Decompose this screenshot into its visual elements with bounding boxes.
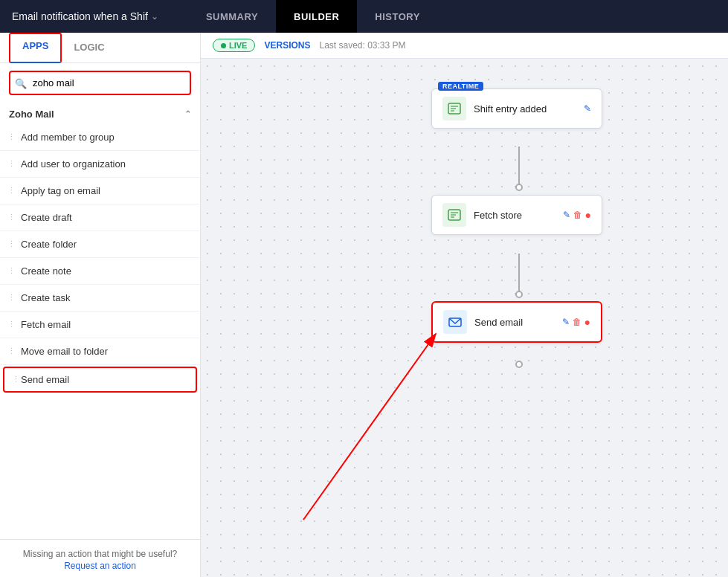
node-fetch-store[interactable]: Fetch store ✎ 🗑 ● — [431, 195, 602, 235]
last-saved-text: Last saved: 03:33 PM — [319, 40, 405, 51]
drag-handle-icon: ⋮ — [7, 159, 16, 169]
search-input[interactable] — [9, 71, 191, 95]
tab-summary[interactable]: SUMMARY — [188, 0, 276, 33]
connector-dot-1 — [515, 184, 523, 191]
node-actions: ✎ 🗑 ● — [563, 209, 591, 221]
list-item[interactable]: ⋮ Create folder — [0, 231, 200, 258]
item-label: Add member to group — [21, 132, 115, 143]
drag-handle-icon: ⋮ — [7, 213, 16, 222]
group-label: Zoho Mail — [9, 109, 54, 120]
add-icon[interactable]: ● — [584, 316, 590, 328]
drag-handle-icon: ⋮ — [7, 186, 16, 196]
item-label: Apply tag on email — [21, 185, 100, 196]
list-item[interactable]: ⋮ Move email to folder — [0, 338, 200, 365]
sidebar: APPS LOGIC 🔍 Zoho Mail ⌃ ⋮ Add member to… — [0, 33, 201, 577]
tab-history[interactable]: HISTORY — [357, 0, 438, 33]
request-action-link[interactable]: Request an action — [9, 561, 191, 571]
node-label: Send email — [474, 317, 562, 328]
node-label: Fetch store — [474, 210, 563, 221]
search-icon: 🔍 — [15, 77, 27, 88]
nav-tabs: SUMMARY BUILDER HISTORY — [188, 0, 438, 33]
sidebar-group-zohomail[interactable]: Zoho Mail ⌃ — [0, 103, 200, 124]
title-text: Email notification when a Shif — [12, 10, 148, 22]
list-item[interactable]: ⋮ Add member to group — [0, 124, 200, 151]
sidebar-tab-logic[interactable]: LOGIC — [62, 33, 116, 63]
live-badge: LIVE — [213, 39, 255, 52]
group-caret-icon: ⌃ — [184, 109, 191, 119]
node-icon — [442, 203, 466, 227]
drag-handle-icon: ⋮ — [7, 132, 16, 142]
item-label: Move email to folder — [21, 346, 108, 357]
sidebar-tab-apps[interactable]: APPS — [9, 33, 62, 63]
item-label: Add user to organization — [21, 158, 126, 170]
canvas-topbar: LIVE VERSIONS Last saved: 03:33 PM — [201, 33, 728, 59]
node-shift-entry[interactable]: REALTIME Shift entry added ✎ — [431, 88, 602, 129]
list-item[interactable]: ⋮ Create draft — [0, 204, 200, 231]
connector-dot-3 — [515, 361, 523, 368]
tab-builder[interactable]: BUILDER — [276, 0, 357, 33]
item-label: Create folder — [21, 239, 77, 250]
list-item[interactable]: ⋮ Create note — [0, 258, 200, 285]
node-send-email[interactable]: Send email ✎ 🗑 ● — [431, 301, 602, 343]
list-item[interactable]: ⋮ Apply tag on email — [0, 178, 200, 204]
delete-icon[interactable]: 🗑 — [573, 210, 582, 220]
live-dot-icon — [221, 43, 226, 48]
sidebar-bottom-hint: Missing an action that might be useful? … — [0, 539, 200, 577]
add-icon[interactable]: ● — [585, 209, 591, 221]
item-label: Create task — [21, 292, 70, 303]
node-actions: ✎ 🗑 ● — [562, 316, 590, 328]
hint-text: Missing an action that might be useful? — [23, 549, 177, 559]
list-item[interactable]: ⋮ Add user to organization — [0, 151, 200, 178]
versions-link[interactable]: VERSIONS — [264, 40, 310, 51]
node-icon — [442, 97, 466, 120]
item-label: Fetch email — [21, 319, 71, 330]
title-chevron-icon[interactable]: ⌄ — [151, 11, 158, 22]
edit-icon[interactable]: ✎ — [562, 317, 570, 327]
svg-line-10 — [303, 334, 436, 520]
list-item[interactable]: ⋮ Create task — [0, 285, 200, 312]
canvas-area: LIVE VERSIONS Last saved: 03:33 PM REALT… — [201, 33, 728, 577]
drag-handle-icon: ⋮ — [7, 346, 16, 356]
connector-dot-2 — [515, 291, 523, 298]
item-label: Send email — [21, 374, 69, 385]
drag-handle-icon: ⋮ — [7, 293, 16, 303]
item-label: Create note — [21, 265, 71, 277]
sidebar-search-container: 🔍 — [0, 63, 200, 103]
edit-icon[interactable]: ✎ — [563, 210, 570, 220]
sidebar-tabs: APPS LOGIC — [0, 33, 200, 63]
live-label: LIVE — [229, 41, 247, 50]
main-layout: APPS LOGIC 🔍 Zoho Mail ⌃ ⋮ Add member to… — [0, 33, 728, 577]
top-navigation: Email notification when a Shif ⌄ SUMMARY… — [0, 0, 728, 33]
drag-handle-icon: ⋮ — [7, 266, 16, 276]
connector-2 — [518, 254, 520, 294]
node-icon — [443, 310, 467, 334]
workflow-canvas[interactable]: REALTIME Shift entry added ✎ Fetch store — [201, 59, 728, 577]
drag-handle-icon: ⋮ — [7, 320, 16, 329]
realtime-badge: REALTIME — [438, 82, 483, 91]
edit-icon[interactable]: ✎ — [584, 103, 591, 114]
node-label: Shift entry added — [474, 103, 584, 115]
sidebar-items-list: ⋮ Add member to group ⋮ Add user to orga… — [0, 124, 200, 539]
node-actions: ✎ — [584, 103, 591, 114]
list-item[interactable]: ⋮ Fetch email — [0, 312, 200, 338]
delete-icon[interactable]: 🗑 — [573, 317, 582, 327]
list-item-send-email[interactable]: ⋮ Send email — [3, 367, 197, 393]
drag-handle-icon: ⋮ — [7, 239, 16, 249]
item-label: Create draft — [21, 212, 72, 223]
app-title: Email notification when a Shif ⌄ — [12, 10, 158, 22]
drag-handle-icon: ⋮ — [12, 375, 20, 384]
connector-1 — [518, 146, 520, 187]
